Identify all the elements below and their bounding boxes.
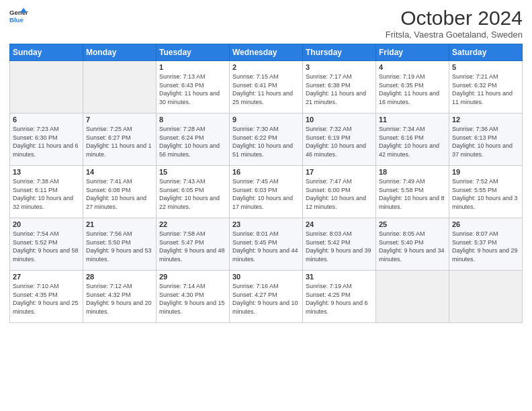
table-row: 19Sunrise: 7:52 AM Sunset: 5:55 PM Dayli… <box>449 166 523 218</box>
calendar-week-row: 20Sunrise: 7:54 AM Sunset: 5:52 PM Dayli… <box>10 218 523 271</box>
table-row: 24Sunrise: 8:03 AM Sunset: 5:42 PM Dayli… <box>303 218 376 271</box>
day-number: 23 <box>232 220 300 228</box>
day-number: 22 <box>159 220 226 228</box>
col-sunday: Sunday <box>10 44 83 61</box>
table-row: 10Sunrise: 7:32 AM Sunset: 6:19 PM Dayli… <box>303 113 376 166</box>
day-number: 28 <box>86 273 153 281</box>
table-row: 7Sunrise: 7:25 AM Sunset: 6:27 PM Daylig… <box>83 113 157 166</box>
day-number: 17 <box>306 168 373 176</box>
month-title: October 2024 <box>386 7 523 30</box>
table-row: 8Sunrise: 7:28 AM Sunset: 6:24 PM Daylig… <box>157 113 230 166</box>
table-row: 28Sunrise: 7:12 AM Sunset: 4:32 PM Dayli… <box>83 271 157 323</box>
day-number: 7 <box>86 116 153 124</box>
day-number: 29 <box>159 273 226 281</box>
table-row: 23Sunrise: 8:01 AM Sunset: 5:45 PM Dayli… <box>230 218 303 271</box>
table-row: 20Sunrise: 7:54 AM Sunset: 5:52 PM Dayli… <box>10 218 83 271</box>
day-info: Sunrise: 7:58 AM Sunset: 5:47 PM Dayligh… <box>159 230 226 263</box>
page-header: General Blue October 2024 Fritsla, Vaest… <box>9 7 523 40</box>
table-row: 29Sunrise: 7:14 AM Sunset: 4:30 PM Dayli… <box>157 271 230 323</box>
logo-icon: General Blue <box>9 7 28 26</box>
day-info: Sunrise: 7:15 AM Sunset: 6:41 PM Dayligh… <box>232 73 300 106</box>
day-info: Sunrise: 7:34 AM Sunset: 6:16 PM Dayligh… <box>379 125 446 158</box>
day-number: 6 <box>13 116 80 124</box>
day-info: Sunrise: 7:54 AM Sunset: 5:52 PM Dayligh… <box>13 230 80 263</box>
calendar-week-row: 13Sunrise: 7:38 AM Sunset: 6:11 PM Dayli… <box>10 166 523 218</box>
calendar-header-row: Sunday Monday Tuesday Wednesday Thursday… <box>10 44 523 61</box>
table-row: 25Sunrise: 8:05 AM Sunset: 5:40 PM Dayli… <box>376 218 449 271</box>
day-info: Sunrise: 7:30 AM Sunset: 6:22 PM Dayligh… <box>232 125 300 158</box>
table-row: 5Sunrise: 7:21 AM Sunset: 6:32 PM Daylig… <box>449 61 523 113</box>
table-row: 6Sunrise: 7:23 AM Sunset: 6:30 PM Daylig… <box>10 113 83 166</box>
table-row: 31Sunrise: 7:19 AM Sunset: 4:25 PM Dayli… <box>303 271 376 323</box>
table-row: 13Sunrise: 7:38 AM Sunset: 6:11 PM Dayli… <box>10 166 83 218</box>
day-info: Sunrise: 8:05 AM Sunset: 5:40 PM Dayligh… <box>379 230 446 263</box>
col-monday: Monday <box>83 44 157 61</box>
title-block: October 2024 Fritsla, Vaestra Goetaland,… <box>386 7 523 40</box>
day-number: 18 <box>379 168 446 176</box>
day-info: Sunrise: 8:01 AM Sunset: 5:45 PM Dayligh… <box>232 230 300 263</box>
day-number: 12 <box>452 116 519 124</box>
table-row <box>376 271 449 323</box>
day-number: 30 <box>232 273 300 281</box>
day-info: Sunrise: 7:43 AM Sunset: 6:05 PM Dayligh… <box>159 177 226 211</box>
table-row: 14Sunrise: 7:41 AM Sunset: 6:08 PM Dayli… <box>83 166 157 218</box>
day-info: Sunrise: 8:07 AM Sunset: 5:37 PM Dayligh… <box>452 230 519 263</box>
day-info: Sunrise: 7:23 AM Sunset: 6:30 PM Dayligh… <box>13 125 80 158</box>
day-info: Sunrise: 7:10 AM Sunset: 4:35 PM Dayligh… <box>13 282 80 316</box>
day-info: Sunrise: 7:47 AM Sunset: 6:00 PM Dayligh… <box>306 177 373 211</box>
table-row: 1Sunrise: 7:13 AM Sunset: 6:43 PM Daylig… <box>157 61 230 113</box>
day-info: Sunrise: 7:52 AM Sunset: 5:55 PM Dayligh… <box>452 177 519 211</box>
day-info: Sunrise: 7:13 AM Sunset: 6:43 PM Dayligh… <box>159 73 226 106</box>
day-info: Sunrise: 7:28 AM Sunset: 6:24 PM Dayligh… <box>159 125 226 158</box>
table-row: 27Sunrise: 7:10 AM Sunset: 4:35 PM Dayli… <box>10 271 83 323</box>
day-number: 25 <box>379 220 446 228</box>
location: Fritsla, Vaestra Goetaland, Sweden <box>386 30 523 40</box>
day-info: Sunrise: 7:21 AM Sunset: 6:32 PM Dayligh… <box>452 73 519 106</box>
day-number: 13 <box>13 168 80 176</box>
day-number: 31 <box>306 273 373 281</box>
day-number: 20 <box>13 220 80 228</box>
logo: General Blue <box>9 7 28 26</box>
day-number: 3 <box>306 63 373 71</box>
table-row: 11Sunrise: 7:34 AM Sunset: 6:16 PM Dayli… <box>376 113 449 166</box>
table-row <box>10 61 83 113</box>
calendar-week-row: 1Sunrise: 7:13 AM Sunset: 6:43 PM Daylig… <box>10 61 523 113</box>
table-row: 2Sunrise: 7:15 AM Sunset: 6:41 PM Daylig… <box>230 61 303 113</box>
day-number: 9 <box>232 116 300 124</box>
table-row <box>449 271 523 323</box>
table-row: 21Sunrise: 7:56 AM Sunset: 5:50 PM Dayli… <box>83 218 157 271</box>
day-number: 21 <box>86 220 153 228</box>
day-info: Sunrise: 8:03 AM Sunset: 5:42 PM Dayligh… <box>306 230 373 263</box>
day-info: Sunrise: 7:56 AM Sunset: 5:50 PM Dayligh… <box>86 230 153 263</box>
day-number: 8 <box>159 116 226 124</box>
table-row: 17Sunrise: 7:47 AM Sunset: 6:00 PM Dayli… <box>303 166 376 218</box>
day-number: 11 <box>379 116 446 124</box>
day-info: Sunrise: 7:14 AM Sunset: 4:30 PM Dayligh… <box>159 282 226 316</box>
day-number: 14 <box>86 168 153 176</box>
day-number: 24 <box>306 220 373 228</box>
col-thursday: Thursday <box>303 44 376 61</box>
col-friday: Friday <box>376 44 449 61</box>
day-info: Sunrise: 7:19 AM Sunset: 6:35 PM Dayligh… <box>379 73 446 106</box>
table-row: 9Sunrise: 7:30 AM Sunset: 6:22 PM Daylig… <box>230 113 303 166</box>
col-tuesday: Tuesday <box>157 44 230 61</box>
table-row: 22Sunrise: 7:58 AM Sunset: 5:47 PM Dayli… <box>157 218 230 271</box>
day-number: 27 <box>13 273 80 281</box>
day-info: Sunrise: 7:25 AM Sunset: 6:27 PM Dayligh… <box>86 125 153 158</box>
svg-text:Blue: Blue <box>9 16 24 24</box>
day-number: 5 <box>452 63 519 71</box>
day-number: 15 <box>159 168 226 176</box>
day-info: Sunrise: 7:45 AM Sunset: 6:03 PM Dayligh… <box>232 177 300 211</box>
day-number: 1 <box>159 63 226 71</box>
col-saturday: Saturday <box>449 44 523 61</box>
day-info: Sunrise: 7:38 AM Sunset: 6:11 PM Dayligh… <box>13 177 80 211</box>
day-number: 10 <box>306 116 373 124</box>
table-row: 16Sunrise: 7:45 AM Sunset: 6:03 PM Dayli… <box>230 166 303 218</box>
day-info: Sunrise: 7:12 AM Sunset: 4:32 PM Dayligh… <box>86 282 153 316</box>
calendar-week-row: 6Sunrise: 7:23 AM Sunset: 6:30 PM Daylig… <box>10 113 523 166</box>
day-info: Sunrise: 7:49 AM Sunset: 5:58 PM Dayligh… <box>379 177 446 211</box>
table-row: 18Sunrise: 7:49 AM Sunset: 5:58 PM Dayli… <box>376 166 449 218</box>
day-number: 4 <box>379 63 446 71</box>
day-info: Sunrise: 7:19 AM Sunset: 4:25 PM Dayligh… <box>306 282 373 316</box>
table-row: 3Sunrise: 7:17 AM Sunset: 6:38 PM Daylig… <box>303 61 376 113</box>
